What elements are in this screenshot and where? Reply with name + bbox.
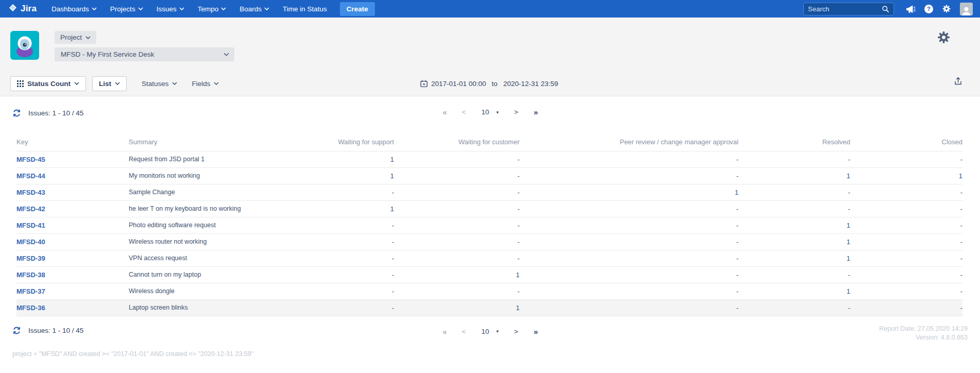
nav-item-tempo[interactable]: Tempo bbox=[191, 0, 233, 18]
status-count-cell: 1 bbox=[312, 167, 394, 184]
nav-item-issues[interactable]: Issues bbox=[150, 0, 191, 18]
column-header-closed[interactable]: Closed bbox=[850, 133, 962, 151]
key-cell: MFSD-36 bbox=[16, 299, 129, 316]
pagination-first-button[interactable]: « bbox=[442, 108, 446, 116]
table-row: MFSD-36Laptop screen blinks-1--- bbox=[16, 299, 962, 316]
project-type-button[interactable]: Project bbox=[55, 31, 96, 44]
issue-key-link[interactable]: MFSD-42 bbox=[16, 205, 45, 213]
user-avatar[interactable] bbox=[960, 3, 973, 15]
statuses-dropdown[interactable]: Statuses bbox=[142, 80, 177, 88]
issues-table-wrapper: Key Summary Waiting for support Waiting … bbox=[0, 133, 980, 316]
issues-summary-row-top: Issues: 1 - 10 / 45 « < 10 ▾ > » bbox=[0, 107, 980, 119]
status-count-cell: - bbox=[520, 151, 738, 167]
issue-summary: Wireless dongle bbox=[129, 283, 312, 299]
search-box bbox=[803, 3, 894, 15]
issue-summary: Request from JSD portal 1 bbox=[129, 151, 312, 167]
create-button[interactable]: Create bbox=[340, 2, 375, 16]
pagination-last-button[interactable]: » bbox=[534, 108, 537, 116]
pagination-first-button[interactable]: « bbox=[442, 327, 446, 336]
page-size-select[interactable]: 10 ▾ bbox=[482, 328, 499, 335]
report-settings-gear-icon[interactable] bbox=[936, 30, 951, 45]
status-count-cell: - bbox=[850, 217, 962, 233]
nav-item-label: Tempo bbox=[198, 5, 219, 13]
export-icon[interactable] bbox=[953, 76, 963, 86]
column-header-resolved[interactable]: Resolved bbox=[738, 133, 850, 151]
date-to: 2020-12-31 23:59 bbox=[503, 80, 558, 88]
issue-summary: VPN access request bbox=[129, 250, 312, 266]
issue-key-link[interactable]: MFSD-38 bbox=[16, 271, 45, 279]
status-count-cell: - bbox=[850, 266, 962, 283]
issue-summary: he leer T on my keyboard is no working bbox=[129, 200, 312, 217]
issue-summary: Photo editing software request bbox=[129, 217, 312, 233]
status-count-cell: - bbox=[312, 233, 394, 250]
settings-gear-icon[interactable] bbox=[942, 4, 951, 13]
status-count-cell: - bbox=[394, 217, 520, 233]
date-range-separator: to bbox=[492, 80, 497, 88]
issue-key-link[interactable]: MFSD-41 bbox=[16, 222, 45, 229]
dropdown-triangle-icon: ▾ bbox=[496, 110, 499, 115]
key-cell: MFSD-41 bbox=[16, 217, 129, 233]
chevron-down-icon bbox=[214, 82, 219, 85]
status-count-cell: 1 bbox=[738, 250, 850, 266]
chevron-down-icon bbox=[172, 82, 177, 85]
pagination-prev-button[interactable]: < bbox=[462, 328, 466, 335]
issue-key-link[interactable]: MFSD-40 bbox=[16, 238, 45, 246]
issue-key-link[interactable]: MFSD-39 bbox=[16, 255, 45, 262]
nav-item-projects[interactable]: Projects bbox=[104, 0, 150, 18]
issue-key-link[interactable]: MFSD-37 bbox=[16, 287, 45, 295]
jira-report-page: Jira Dashboards Projects Issues Tempo Bo… bbox=[0, 0, 980, 373]
status-count-cell: 1 bbox=[312, 151, 394, 167]
date-range-picker[interactable]: 2017-01-01 00:00 to 2020-12-31 23:59 bbox=[420, 80, 558, 88]
nav-item-label: Dashboards bbox=[51, 5, 89, 13]
table-row: MFSD-44My monitoris not working1--11 bbox=[16, 167, 962, 184]
view-type-button[interactable]: Status Count bbox=[10, 76, 86, 91]
column-header-summary[interactable]: Summary bbox=[129, 133, 312, 151]
pagination-prev-button[interactable]: < bbox=[462, 108, 466, 116]
status-count-cell: - bbox=[312, 250, 394, 266]
nav-item-dashboards[interactable]: Dashboards bbox=[45, 0, 104, 18]
status-count-cell: - bbox=[520, 167, 738, 184]
pagination-next-button[interactable]: > bbox=[514, 328, 518, 335]
nav-item-boards[interactable]: Boards bbox=[233, 0, 276, 18]
pagination-next-button[interactable]: > bbox=[514, 108, 518, 116]
search-input[interactable] bbox=[808, 5, 882, 13]
pagination-last-button[interactable]: » bbox=[534, 327, 537, 336]
page-size-select[interactable]: 10 ▾ bbox=[482, 108, 499, 116]
jira-logo[interactable]: Jira bbox=[8, 3, 37, 14]
table-row: MFSD-41Photo editing software request---… bbox=[16, 217, 962, 233]
status-count-cell: - bbox=[312, 283, 394, 299]
fields-dropdown[interactable]: Fields bbox=[192, 80, 219, 88]
issue-key-link[interactable]: MFSD-36 bbox=[16, 304, 45, 312]
project-select[interactable]: MFSD - My First Service Desk bbox=[55, 47, 234, 61]
nav-item-label: Projects bbox=[110, 5, 135, 13]
layout-button[interactable]: List bbox=[92, 76, 127, 91]
column-header-peer-review[interactable]: Peer review / change manager approval bbox=[520, 133, 738, 151]
column-header-key[interactable]: Key bbox=[16, 133, 129, 151]
view-type-label: Status Count bbox=[27, 80, 71, 88]
key-cell: MFSD-45 bbox=[16, 151, 129, 167]
issue-summary: Laptop screen blinks bbox=[129, 299, 312, 316]
status-count-cell: - bbox=[850, 250, 962, 266]
status-count-cell: 1 bbox=[850, 167, 962, 184]
status-count-cell: - bbox=[312, 266, 394, 283]
issue-key-link[interactable]: MFSD-44 bbox=[16, 172, 45, 180]
issue-summary: My monitoris not working bbox=[129, 167, 312, 184]
status-count-cell: - bbox=[520, 266, 738, 283]
grid-icon bbox=[17, 80, 24, 87]
status-count-cell: - bbox=[850, 233, 962, 250]
status-count-cell: 1 bbox=[738, 167, 850, 184]
status-count-cell: 1 bbox=[312, 200, 394, 217]
column-header-waiting-for-support[interactable]: Waiting for support bbox=[312, 133, 394, 151]
search-icon[interactable] bbox=[882, 5, 889, 13]
refresh-icon[interactable] bbox=[12, 109, 21, 117]
announcements-icon[interactable] bbox=[906, 5, 916, 13]
column-header-waiting-for-customer[interactable]: Waiting for customer bbox=[394, 133, 520, 151]
issue-key-link[interactable]: MFSD-45 bbox=[16, 156, 45, 163]
table-row: MFSD-43Sample Change--1-- bbox=[16, 184, 962, 200]
status-count-cell: - bbox=[394, 184, 520, 200]
chevron-down-icon bbox=[92, 7, 97, 10]
help-icon[interactable]: ? bbox=[924, 5, 933, 13]
issue-key-link[interactable]: MFSD-43 bbox=[16, 189, 45, 196]
nav-item-time-in-status[interactable]: Time in Status bbox=[276, 0, 334, 18]
refresh-icon[interactable] bbox=[12, 326, 21, 335]
